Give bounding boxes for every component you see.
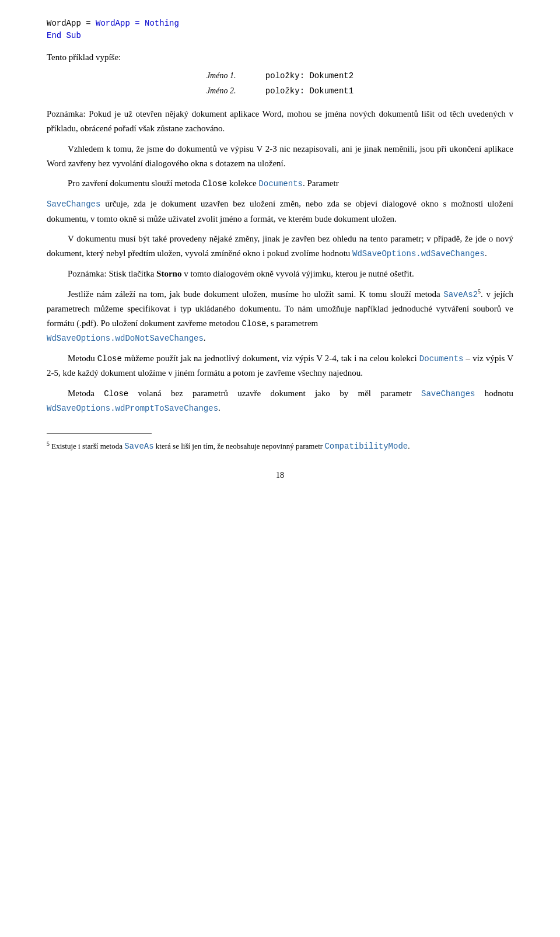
poznamka-2: Poznámka: Stisk tlačítka Storno v tomto … — [47, 267, 513, 281]
para2-before: Pro zavření dokumentu slouží metoda — [68, 179, 202, 188]
vypise-label: Tento příklad vypíše: — [47, 53, 513, 62]
para2-middle: kolekce — [227, 179, 258, 188]
para2-code1: Close — [202, 179, 227, 188]
footnote-before: Existuje i starší metoda — [50, 442, 124, 450]
poznamka2-before: Poznámka: Stisk tlačítka — [68, 269, 156, 278]
para2-code2: Documents — [258, 179, 303, 188]
para7-after: hodnotu — [475, 389, 513, 398]
code-line-2: End Sub — [47, 30, 513, 42]
para6-code1: Close — [97, 354, 122, 363]
para4-end: . — [485, 249, 487, 258]
footnote-middle: která se liší jen tím, že neobsahuje nep… — [154, 442, 325, 450]
footnote-end: . — [408, 442, 410, 450]
para-7: Metoda Close volaná bez parametrů uzavře… — [47, 386, 513, 415]
output-lines: Jméno 1. položky: Dokument2 Jméno 2. pol… — [93, 68, 467, 99]
output-value-2: položky: Dokument1 — [265, 86, 354, 96]
footnote-code1: SaveAs — [124, 442, 153, 451]
para-6: Metodu Close můžeme použít jak na jednot… — [47, 351, 513, 380]
para5-end: . — [204, 333, 206, 342]
para5-code2: Close — [242, 319, 267, 328]
para7-end: . — [218, 403, 220, 412]
output-block: Jméno 1. položky: Dokument2 Jméno 2. pol… — [93, 68, 467, 99]
para7-middle: volaná bez parametrů uzavře dokument jak… — [128, 389, 421, 398]
footnote: 5 Existuje i starší metoda SaveAs která … — [47, 439, 513, 453]
para3-code1: SaveChanges — [47, 200, 100, 209]
para7-code2: SaveChanges — [421, 389, 475, 398]
poznamka-1: Poznámka: Pokud je už otevřen nějaký dok… — [47, 107, 513, 136]
para-4: V dokumentu musí být také provedeny něja… — [47, 232, 513, 261]
output-line-1: Jméno 1. položky: Dokument2 — [93, 68, 467, 83]
para-5: Jestliže nám záleží na tom, jak bude dok… — [47, 287, 513, 345]
output-line-2: Jméno 2. položky: Dokument1 — [93, 83, 467, 99]
para5-code3: WdSaveOptions.wdDoNotSaveChanges — [47, 334, 204, 343]
page-number: 18 — [47, 471, 513, 480]
para7-before: Metoda — [68, 389, 104, 398]
output-label-2: Jméno 2. — [206, 86, 236, 95]
page: WordApp = WordApp = Nothing End Sub Tent… — [0, 0, 560, 937]
code-line-1: WordApp = WordApp = Nothing — [47, 18, 513, 30]
para6-before: Metodu — [68, 354, 97, 363]
output-value-1: položky: Dokument2 — [265, 71, 354, 81]
poznamka2-bold: Storno — [156, 269, 181, 278]
para3-text: určuje, zda je dokument uzavřen bez ulož… — [47, 199, 513, 223]
para2-after: . Parametr — [303, 179, 339, 188]
para6-middle: můžeme použít jak na jednotlivý dokument… — [122, 354, 419, 363]
nothing-keyword: WordApp = Nothing — [96, 19, 179, 28]
para4-code: WdSaveOptions.wdSaveChanges — [352, 249, 485, 258]
para-3: SaveChanges určuje, zda je dokument uzav… — [47, 197, 513, 226]
para5-code: SaveAs2 — [443, 290, 478, 299]
para5-before: Jestliže nám záleží na tom, jak bude dok… — [68, 289, 443, 299]
para-1: Vzhledem k tomu, že jsme do dokumentů ve… — [47, 142, 513, 171]
para-2: Pro zavření dokumentu slouží metoda Clos… — [47, 176, 513, 191]
footnote-code2: CompatibilityMode — [324, 442, 408, 451]
code-top: WordApp = WordApp = Nothing End Sub — [47, 18, 513, 42]
para5-after2: , s parametrem — [267, 319, 318, 328]
footnote-divider — [47, 433, 152, 433]
output-label-1: Jméno 1. — [206, 71, 236, 80]
para6-code2: Documents — [419, 354, 464, 363]
poznamka2-after: v tomto dialogovém okně vyvolá výjimku, … — [181, 269, 414, 278]
para7-code3: WdSaveOptions.wdPromptToSaveChanges — [47, 404, 218, 413]
para7-code1: Close — [104, 389, 128, 398]
